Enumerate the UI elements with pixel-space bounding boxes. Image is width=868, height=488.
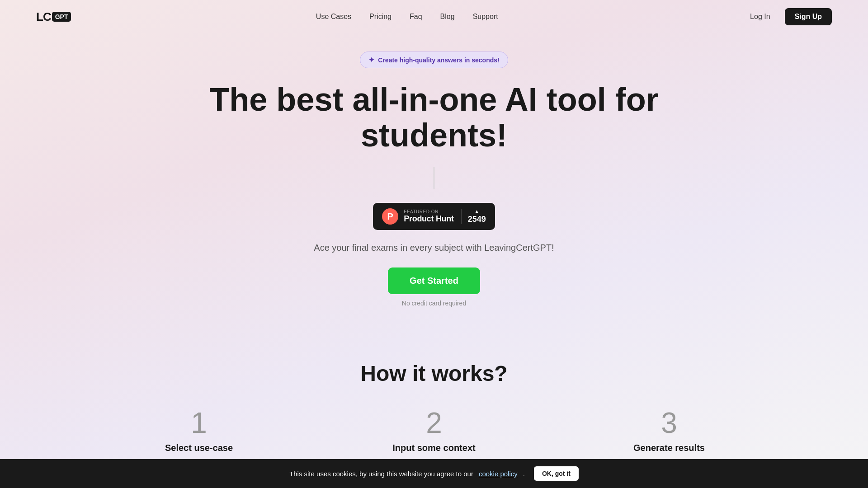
login-button[interactable]: Log In: [743, 9, 777, 24]
ph-arrow-icon: ▲: [475, 209, 479, 214]
cookie-banner: This site uses cookies, by using this we…: [0, 459, 868, 488]
step-1-number: 1: [191, 408, 207, 437]
how-it-works-title: How it works?: [90, 361, 778, 386]
hero-subtitle: Ace your final exams in every subject wi…: [314, 243, 554, 253]
badge-text: Create high-quality answers in seconds!: [378, 56, 499, 64]
logo-lc: LC: [36, 10, 51, 24]
step-2-number: 2: [426, 408, 442, 437]
nav-use-cases[interactable]: Use Cases: [316, 13, 351, 20]
cookie-text: This site uses cookies, by using this we…: [289, 470, 473, 478]
hero-section: ✦ Create high-quality answers in seconds…: [0, 33, 868, 334]
hero-title: The best all-in-one AI tool for students…: [208, 82, 660, 153]
hero-badge[interactable]: ✦ Create high-quality answers in seconds…: [360, 52, 508, 68]
ph-featured-on-label: FEATURED ON: [404, 209, 438, 214]
ph-vote-count: 2549: [468, 215, 486, 224]
cookie-period: .: [523, 470, 525, 478]
nav-support[interactable]: Support: [473, 13, 498, 20]
ph-votes: ▲ 2549: [461, 209, 486, 224]
step-2-title: Input some context: [392, 443, 475, 453]
signup-button[interactable]: Sign Up: [785, 8, 832, 25]
navbar: LC GPT Use Cases Pricing Faq Blog Suppor…: [0, 0, 868, 33]
cookie-policy-link[interactable]: cookie policy: [479, 470, 518, 478]
logo-gpt: GPT: [52, 12, 71, 22]
step-3-title: Generate results: [633, 443, 705, 453]
product-hunt-text: FEATURED ON Product Hunt: [404, 209, 453, 224]
nav-pricing[interactable]: Pricing: [369, 13, 392, 20]
no-credit-card-text: No credit card required: [402, 300, 466, 307]
cookie-ok-button[interactable]: OK, got it: [534, 466, 579, 481]
logo[interactable]: LC GPT: [36, 10, 71, 24]
get-started-button[interactable]: Get Started: [388, 267, 480, 294]
nav-blog[interactable]: Blog: [440, 13, 455, 20]
divider-line: [434, 167, 434, 189]
step-3-number: 3: [661, 408, 677, 437]
product-hunt-badge[interactable]: P FEATURED ON Product Hunt ▲ 2549: [373, 203, 495, 230]
badge-icon: ✦: [368, 56, 374, 64]
nav-links: Use Cases Pricing Faq Blog Support: [316, 13, 498, 21]
ph-name-label: Product Hunt: [404, 214, 453, 224]
step-1-title: Select use-case: [165, 443, 233, 453]
nav-faq[interactable]: Faq: [410, 13, 422, 20]
product-hunt-logo: P: [382, 208, 398, 225]
nav-actions: Log In Sign Up: [743, 8, 832, 25]
